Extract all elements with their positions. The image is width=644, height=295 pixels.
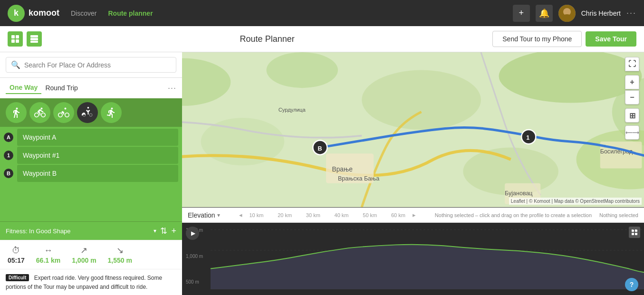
activity-cycling[interactable] <box>29 102 50 123</box>
svg-text:B: B <box>317 145 322 152</box>
top-nav-right: + 🔔 Chris Herbert ··· <box>513 5 636 22</box>
svg-rect-4 <box>11 39 15 43</box>
elev-prev-button[interactable]: ◂ <box>239 211 242 219</box>
waypoint-b: B <box>0 165 182 182</box>
elevation-km-markers: 10 km 20 km 30 km 40 km 50 km 60 km <box>242 212 413 218</box>
elev-next-button[interactable]: ▸ <box>413 211 416 219</box>
svg-text:1: 1 <box>526 134 529 141</box>
distance-icon: ↔ <box>44 246 53 256</box>
elevation-title: Elevation <box>188 211 215 219</box>
user-name: Chris Herbert <box>581 10 621 17</box>
difficulty-badge: Difficult <box>6 274 29 281</box>
stat-descent: ↘ 1,550 m <box>108 245 132 264</box>
trip-options-icon[interactable]: ··· <box>168 83 176 93</box>
svg-point-14 <box>362 70 481 130</box>
stats-bar: ⏱ 05:17 ↔ 66.1 km ↗ 1,000 m ↘ 1,550 m <box>0 240 182 269</box>
activity-running[interactable] <box>101 102 122 123</box>
elevation-header: Elevation ▾ ◂ 10 km 20 km 30 km 40 km 50… <box>182 208 644 223</box>
one-way-button[interactable]: One Way <box>6 82 41 94</box>
waypoint-b-input[interactable] <box>17 165 178 182</box>
top-navigation: k komoot Discover Route planner + 🔔 Chri… <box>0 0 644 26</box>
zoom-out-button[interactable]: − <box>625 90 639 105</box>
fullscreen-button[interactable]: ⛶ <box>625 57 639 71</box>
avatar[interactable] <box>558 5 576 22</box>
stat-descent-value: 1,550 m <box>108 257 132 264</box>
stat-time-value: 05:17 <box>8 257 25 264</box>
svg-point-15 <box>499 52 642 103</box>
notifications-button[interactable]: 🔔 <box>536 5 553 22</box>
waypoint-1-input[interactable] <box>17 147 178 164</box>
layers-button[interactable]: ⊞ <box>625 108 639 123</box>
activity-road-bike[interactable] <box>77 102 98 123</box>
svg-point-12 <box>182 58 231 106</box>
add-button[interactable]: + <box>513 5 530 22</box>
round-trip-button[interactable]: Round Trip <box>41 82 81 94</box>
stat-distance-value: 66.1 km <box>36 257 60 264</box>
svg-rect-8 <box>30 41 38 43</box>
svg-rect-11 <box>182 52 644 207</box>
layout-button-2[interactable] <box>27 31 42 47</box>
activity-mountain-bike[interactable] <box>53 102 74 123</box>
waypoint-b-label: B <box>4 169 13 178</box>
reorder-button[interactable]: ⇅ <box>160 226 167 236</box>
zoom-in-button[interactable]: + <box>625 75 639 89</box>
elevation-play-button[interactable]: ▶ <box>186 227 199 240</box>
activity-walking[interactable] <box>6 102 27 123</box>
avatar-image <box>558 5 576 22</box>
difficulty-bar: Difficult Expert road ride. Very good fi… <box>0 269 182 295</box>
fitness-label: Fitness: In Good Shape <box>6 228 150 235</box>
waypoint-a: A <box>0 129 182 146</box>
difficulty-description: Expert road ride. Very good fitness requ… <box>6 275 162 290</box>
stat-ascent-value: 1,000 m <box>72 257 96 264</box>
descent-icon: ↘ <box>116 245 124 256</box>
svg-rect-2 <box>11 35 15 38</box>
waypoint-1: 1 <box>0 147 182 164</box>
elevation-panel: Elevation ▾ ◂ 10 km 20 km 30 km 40 km 50… <box>182 207 644 295</box>
help-button[interactable]: ? <box>625 278 638 291</box>
svg-rect-6 <box>30 35 38 38</box>
more-options-icon[interactable]: ··· <box>626 8 636 18</box>
ascent-icon: ↗ <box>80 245 87 256</box>
svg-text:Врање: Врање <box>332 166 353 173</box>
waypoint-a-input[interactable] <box>17 129 178 146</box>
svg-rect-20 <box>326 153 374 183</box>
svg-point-13 <box>267 52 338 88</box>
search-section: 🔍 <box>0 52 182 78</box>
map-svg: Врање Врањска Бања Бујановац Босилеград … <box>182 52 644 207</box>
fitness-actions: ⇅ + <box>160 226 176 236</box>
fitness-bar: Fitness: In Good Shape ▾ ⇅ + <box>0 221 182 240</box>
waypoint-1-label: 1 <box>4 151 13 160</box>
svg-point-34 <box>521 130 536 144</box>
map-container[interactable]: Врање Врањска Бања Бујановац Босилеград … <box>182 52 644 207</box>
layout-button-1[interactable] <box>8 31 23 47</box>
elevation-chart[interactable]: ▶ 1,500 m 1,000 m 500 m <box>182 223 644 289</box>
search-input[interactable] <box>24 61 171 69</box>
time-icon: ⏱ <box>12 246 20 256</box>
svg-point-32 <box>313 141 327 155</box>
svg-rect-3 <box>16 35 19 38</box>
nav-route-planner[interactable]: Route planner <box>108 10 153 17</box>
map-area: Врање Врањска Бања Бујановац Босилеград … <box>182 52 644 295</box>
search-input-wrap[interactable]: 🔍 <box>6 57 176 73</box>
svg-rect-5 <box>16 39 19 43</box>
main-layout: 🔍 One Way Round Trip ··· <box>0 52 644 295</box>
svg-point-10 <box>89 114 92 116</box>
svg-point-17 <box>201 118 285 165</box>
stat-distance: ↔ 66.1 km <box>36 246 60 264</box>
svg-point-1 <box>560 14 574 22</box>
svg-rect-22 <box>600 142 642 168</box>
waypoints-list: A 1 B <box>0 127 182 221</box>
bearing-button[interactable]: ⟵⟶ <box>625 125 639 140</box>
save-tour-button[interactable]: Save Tour <box>586 31 636 47</box>
svg-point-19 <box>463 148 558 195</box>
add-waypoint-button[interactable]: + <box>171 226 176 236</box>
send-tour-button[interactable]: Send Tour to my Phone <box>492 31 582 47</box>
logo-icon: k <box>8 5 25 22</box>
waypoint-a-label: A <box>4 133 13 142</box>
logo[interactable]: k komoot <box>8 5 59 22</box>
svg-text:Сурдулица: Сурдулица <box>279 107 306 113</box>
elevation-nothing-selected: Nothing selected <box>599 212 638 218</box>
nav-discover[interactable]: Discover <box>71 10 96 17</box>
play-icon: ▶ <box>191 230 195 237</box>
elevation-notice: Nothing selected – click and drag on the… <box>435 212 592 218</box>
